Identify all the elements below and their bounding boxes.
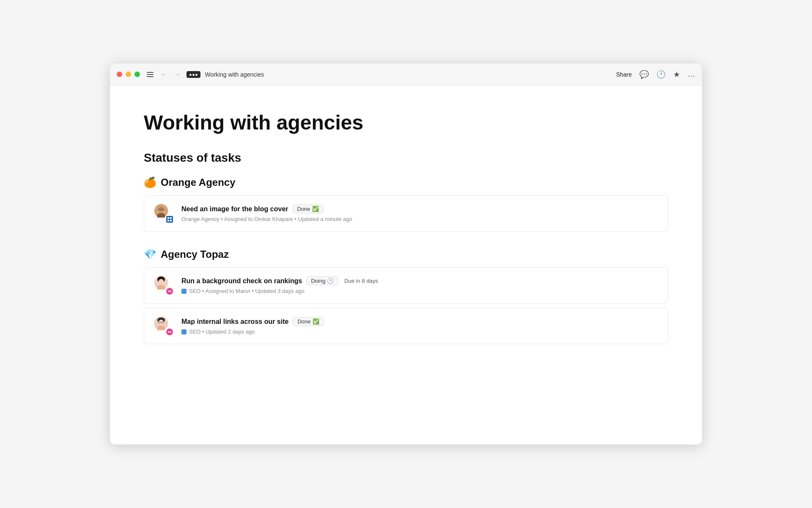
clock-icon: 🕐 [327,278,334,284]
task-meta-1: Orange Agency • Assigned to Omkar Khapar… [181,216,658,222]
svg-rect-9 [170,220,172,221]
badge-dots-3 [167,330,172,334]
status-badge-1[interactable]: Done ✅ [293,204,324,213]
task-name-3: Map internal links across our site [181,318,288,326]
agency-title-orange: 🍊 Orange Agency [144,177,668,188]
app-icon [167,217,172,222]
traffic-lights [117,72,140,77]
status-emoji-3: ✅ [313,318,319,325]
status-label-2: Doing [311,278,325,284]
topaz-emoji: 💎 [144,248,156,260]
agency-section-orange: 🍊 Orange Agency [144,177,668,232]
task-meta-2: SEO • Assigned to Manvi • Updated 3 days… [181,288,658,294]
agency-title-topaz: 💎 Agency Topaz [144,248,668,260]
agency-section-topaz: 💎 Agency Topaz [144,248,668,344]
due-date-text: Due in 8 days [344,278,378,284]
task-card-2[interactable]: Run a background check on rankings Doing… [144,267,668,304]
task-card-1[interactable]: Need an image for the blog cover Done ✅ … [144,195,668,232]
meta-text-3: SEO • Updated 2 days ago [189,329,255,335]
avatar-svg-3 [154,317,168,330]
badge-dots [167,289,172,293]
task-title-row-1: Need an image for the blog cover Done ✅ [181,204,658,213]
content-area: Working with agencies Statuses of tasks … [110,86,702,444]
avatar-task-3 [154,316,174,336]
svg-rect-8 [167,220,169,221]
app-badge-1 [165,215,174,224]
svg-point-26 [170,331,171,333]
star-icon[interactable]: ★ [673,70,680,79]
task-info-1: Need an image for the blog cover Done ✅ … [181,204,658,222]
task-card-3[interactable]: Map internal links across our site Done … [144,308,668,344]
task-title-row-3: Map internal links across our site Done … [181,317,658,326]
more-options-icon[interactable]: … [688,70,695,79]
forward-button[interactable]: → [172,70,182,79]
svg-point-19 [159,320,164,325]
status-label-1: Done [297,206,310,212]
svg-rect-7 [170,217,172,219]
comment-icon[interactable]: 💬 [639,70,649,79]
app-logo: ●●● [187,71,200,78]
svg-point-1 [159,207,164,212]
avatar-task-2 [154,275,174,295]
avatar-badge-2 [165,287,174,295]
section-title: Statuses of tasks [144,151,668,165]
history-icon[interactable]: 🕐 [656,70,666,79]
back-button[interactable]: ← [159,70,169,79]
status-emoji-1: ✅ [312,206,319,212]
svg-point-12 [159,279,164,284]
task-name-1: Need an image for the blog cover [181,205,288,213]
titlebar-actions: Share 💬 🕐 ★ … [616,70,695,79]
seo-tag-square-1 [181,289,187,294]
task-title-row-2: Run a background check on rankings Doing… [181,276,658,285]
svg-rect-6 [167,217,169,219]
avatar-badge-3 [165,328,174,336]
close-button[interactable] [117,72,122,77]
app-window: ← → ●●● Working with agencies Share 💬 🕐 … [110,64,702,444]
task-info-2: Run a background check on rankings Doing… [181,276,658,294]
seo-tag-square-2 [181,329,187,334]
status-label-3: Done [297,318,310,325]
meta-text-1: Orange Agency • Assigned to Omkar Khapar… [181,216,352,222]
meta-text-2: SEO • Assigned to Manvi • Updated 3 days… [189,288,304,294]
titlebar: ← → ●●● Working with agencies Share 💬 🕐 … [110,64,702,86]
status-badge-2[interactable]: Doing 🕐 [306,276,338,285]
task-info-3: Map internal links across our site Done … [181,317,658,335]
maximize-button[interactable] [134,72,140,77]
window-title: Working with agencies [205,71,264,78]
avatar-task-1 [154,203,174,224]
avatar-svg-2 [154,276,168,290]
logo-pill: ●●● [187,71,200,78]
share-button[interactable]: Share [616,71,632,78]
minimize-button[interactable] [126,72,131,77]
svg-point-16 [170,291,171,292]
status-badge-3[interactable]: Done ✅ [293,317,324,326]
menu-icon[interactable] [147,72,154,77]
orange-agency-name: Orange Agency [161,177,236,188]
topaz-agency-name: Agency Topaz [161,248,229,260]
page-title: Working with agencies [144,111,668,134]
task-meta-3: SEO • Updated 2 days ago [181,329,658,335]
navigation: ← → [159,70,182,79]
task-name-2: Run a background check on rankings [181,277,302,285]
orange-emoji: 🍊 [144,177,156,188]
